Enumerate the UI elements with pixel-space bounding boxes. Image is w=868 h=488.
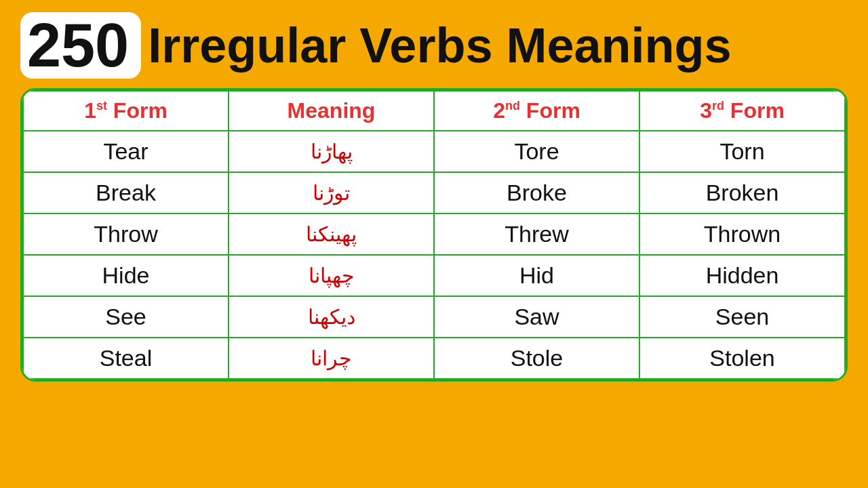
verbs-table-container: 1st Form Meaning 2nd Form 3rd Form Tearپ…	[20, 88, 848, 382]
cell-form2: Broke	[434, 172, 639, 214]
cell-meaning: پھینکنا	[229, 214, 434, 255]
cell-form2: Hid	[434, 255, 639, 296]
title-text: Irregular Verbs Meanings	[148, 21, 731, 70]
cell-form2: Tore	[434, 131, 639, 172]
cell-form2: Threw	[434, 214, 639, 255]
cell-meaning: چھپانا	[229, 255, 434, 296]
cell-form1: Throw	[23, 214, 229, 255]
cell-meaning: توڑنا	[229, 172, 434, 214]
table-body: TearپھاڑناToreTornBreakتوڑناBrokeBrokenT…	[23, 131, 845, 379]
cell-form3: Stolen	[639, 338, 845, 379]
cell-meaning: دیکھنا	[229, 296, 434, 338]
table-header-row: 1st Form Meaning 2nd Form 3rd Form	[23, 91, 845, 131]
cell-meaning: پھاڑنا	[229, 131, 434, 172]
cell-form1: Steal	[23, 338, 229, 379]
title-number: 250	[27, 12, 129, 79]
header-form2: 2nd Form	[434, 91, 639, 131]
header-form3: 3rd Form	[639, 91, 845, 131]
table-row: ThrowپھینکناThrewThrown	[23, 214, 845, 255]
cell-form2: Stole	[434, 338, 639, 379]
cell-form3: Thrown	[639, 214, 845, 255]
table-row: TearپھاڑناToreTorn	[23, 131, 845, 172]
cell-form3: Seen	[639, 296, 845, 338]
cell-meaning: چرانا	[229, 338, 434, 379]
page-header: 250 Irregular Verbs Meanings	[0, 0, 868, 88]
header-meaning: Meaning	[229, 91, 434, 131]
cell-form1: Hide	[23, 255, 229, 296]
table-row: StealچراناStoleStolen	[23, 338, 845, 379]
cell-form3: Hidden	[639, 255, 845, 296]
header-form1: 1st Form	[23, 91, 229, 131]
table-row: SeeدیکھناSawSeen	[23, 296, 845, 338]
cell-form3: Broken	[639, 172, 845, 214]
title-number-box: 250	[20, 12, 141, 79]
cell-form1: Break	[23, 172, 229, 214]
table-row: HideچھپاناHidHidden	[23, 255, 845, 296]
cell-form2: Saw	[434, 296, 639, 338]
cell-form3: Torn	[639, 131, 845, 172]
table-row: BreakتوڑناBrokeBroken	[23, 172, 845, 214]
cell-form1: Tear	[23, 131, 229, 172]
cell-form1: See	[23, 296, 229, 338]
verbs-table: 1st Form Meaning 2nd Form 3rd Form Tearپ…	[22, 90, 846, 380]
